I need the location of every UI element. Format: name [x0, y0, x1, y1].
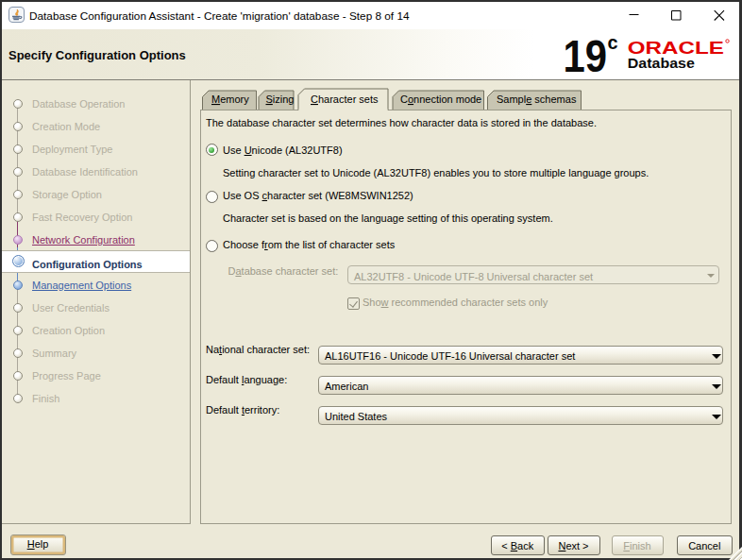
svg-text:Sample schemas: Sample schemas [497, 93, 577, 105]
svg-text:Character sets: Character sets [311, 93, 379, 105]
svg-text:Database: Database [628, 55, 695, 71]
svg-text:19: 19 [563, 31, 607, 79]
svg-text:Connection mode: Connection mode [400, 93, 481, 105]
svg-text:c: c [608, 31, 618, 53]
svg-text:Sizing: Sizing [266, 93, 295, 105]
svg-text:Memory: Memory [211, 93, 249, 105]
